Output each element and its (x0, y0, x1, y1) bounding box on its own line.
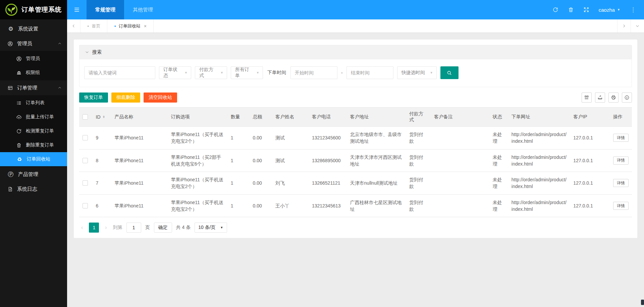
tabs-scroll-left-button[interactable] (67, 19, 80, 33)
document-icon (7, 186, 13, 192)
search-button[interactable] (440, 66, 459, 79)
next-page-button[interactable]: › (103, 225, 109, 231)
chevron-up-icon (58, 42, 62, 46)
sidebar-item-permission-group[interactable]: 权限组 (0, 66, 67, 80)
cell-address: 天津市nullnull测试地址 (347, 172, 406, 195)
page-unit-label: 页 (145, 225, 150, 231)
cell-status: 未处理 (489, 172, 508, 195)
sort-desc-icon: ▼ (103, 117, 105, 118)
refresh-icon[interactable] (552, 7, 558, 13)
sidebar-item-label: 管理员 (17, 41, 32, 47)
restore-orders-button[interactable]: 恢复订单 (79, 93, 108, 103)
sidebar-group-order-management[interactable]: 订单管理 (0, 80, 67, 95)
select-arrow-icon: ▼ (220, 71, 223, 74)
columns-filter-button[interactable] (582, 93, 592, 103)
cell-option: 苹果iPhone11（买手机送充电宝2个） (168, 127, 227, 149)
column-header: 客户姓名 (272, 108, 309, 127)
cell-ip: 127.0.0.1 (570, 194, 610, 217)
cell-ip: 127.0.0.1 (570, 172, 610, 195)
detail-button[interactable]: 详情 (613, 179, 629, 187)
print-button[interactable] (608, 93, 619, 103)
topnav-tab-label: 常规管理 (95, 7, 115, 13)
goto-confirm-button[interactable]: 确定 (154, 223, 172, 233)
cell-product: 苹果iPhone11 (111, 194, 168, 217)
select-label: 所有订单 (235, 67, 254, 79)
sidebar-item-product-management[interactable]: Ⓟ 产品管理 (0, 167, 67, 182)
cloud-upload-icon (16, 114, 22, 120)
order-time-label: 下单时间 (267, 70, 286, 76)
detail-button[interactable]: 详情 (613, 134, 629, 142)
row-checkbox[interactable] (83, 135, 88, 140)
keyword-input[interactable] (84, 66, 155, 79)
info-button[interactable] (622, 93, 632, 103)
search-panel: 搜索 订单状态 ▼ 付款方式 ▼ 所有订单 (79, 45, 632, 87)
sidebar-item-order-recycle-bin[interactable]: ♻ 订单回收站 (0, 152, 67, 166)
sidebar-item-order-list[interactable]: 订单列表 (0, 96, 67, 110)
chevron-up-icon (58, 86, 62, 90)
chevron-down-icon (635, 24, 640, 28)
user-menu[interactable]: caozha ▼ (599, 7, 620, 13)
search-panel-header[interactable]: 搜索 (79, 45, 632, 59)
range-dash: - (341, 70, 343, 75)
cell-product: 苹果iPhone11 (111, 127, 168, 149)
top-header: 常规管理 其他管理 caozha ▼ ⋮ (67, 0, 644, 19)
tab-order-recycle-bin[interactable]: ● 订单回收站 × (107, 19, 154, 33)
search-panel-title: 搜索 (92, 49, 102, 55)
column-header: 数量 (227, 108, 250, 127)
refresh-icon (16, 128, 22, 134)
sidebar-item-label: 产品管理 (18, 171, 38, 178)
row-checkbox[interactable] (83, 180, 88, 186)
sidebar-item-delete-duplicates[interactable]: 删除重复订单 (0, 138, 67, 152)
tab-home[interactable]: ● 首页 (80, 19, 107, 33)
sidebar-menu: ⚙ 系统设置 管理员 管理员 权限组 订单管理 (0, 19, 67, 196)
sidebar-toggle-button[interactable] (67, 0, 87, 19)
order-scope-select[interactable]: 所有订单 ▼ (231, 66, 263, 79)
tabs-menu-button[interactable] (631, 19, 644, 33)
order-status-select[interactable]: 订单状态 ▼ (159, 66, 191, 79)
cell-payment: 货到付款 (406, 127, 431, 149)
per-page-label: 10 条/页 (198, 225, 215, 231)
end-time-input[interactable] (346, 66, 393, 79)
sidebar-item-label: 系统日志 (17, 186, 37, 192)
cell-remark (431, 194, 489, 217)
sort-toggle[interactable]: ▲▼ (103, 116, 105, 119)
cell-address: 广西桂林市七星区测试地址 (347, 194, 406, 217)
fullscreen-icon[interactable] (583, 7, 589, 13)
sidebar-item-check-duplicates[interactable]: 检测重复订单 (0, 124, 67, 138)
clear-recycle-bin-button[interactable]: 清空回收站 (144, 93, 177, 103)
sidebar-item-admin[interactable]: 管理员 (0, 52, 67, 66)
purge-orders-button[interactable]: 彻底删除 (111, 93, 140, 103)
sidebar-group-admin[interactable]: 管理员 (0, 36, 67, 51)
row-checkbox[interactable] (83, 158, 88, 163)
goto-page-input[interactable] (126, 223, 141, 233)
tabs-scroll-right-button[interactable] (617, 19, 631, 33)
select-label: 付款方式 (199, 67, 218, 79)
topnav-tab-general[interactable]: 常规管理 (87, 0, 124, 19)
close-icon[interactable]: × (144, 23, 147, 29)
cell-url: http://order/admin/product/index.html (508, 149, 570, 172)
sidebar-item-system-settings[interactable]: ⚙ 系统设置 (0, 21, 67, 36)
row-checkbox[interactable] (83, 203, 88, 208)
prev-page-button[interactable]: ‹ (79, 225, 85, 231)
trash-icon[interactable] (568, 7, 574, 13)
scrollbar-thumb[interactable] (641, 300, 644, 305)
chevron-left-icon (71, 24, 76, 28)
detail-button[interactable]: 详情 (613, 157, 629, 165)
current-page-button[interactable]: 1 (89, 223, 99, 233)
export-button[interactable] (595, 93, 605, 103)
select-arrow-icon: ▼ (430, 71, 433, 74)
topnav-tab-other[interactable]: 其他管理 (124, 0, 162, 19)
select-all-checkbox[interactable] (83, 114, 88, 120)
cell-id: 8 (93, 149, 111, 172)
sidebar-item-label: 批量上传订单 (26, 114, 54, 120)
quick-time-select[interactable]: 快捷选时间 ▼ (397, 66, 437, 79)
start-time-input[interactable] (290, 66, 337, 79)
detail-button[interactable]: 详情 (613, 202, 629, 210)
sidebar-item-batch-upload[interactable]: 批量上传订单 (0, 110, 67, 124)
pay-method-select[interactable]: 付款方式 ▼ (195, 66, 227, 79)
per-page-select[interactable]: 10 条/页 ▼ (195, 223, 227, 233)
total-count-label: 共 4 条 (176, 225, 191, 231)
sidebar-item-label: 订单列表 (26, 100, 45, 106)
more-menu-button[interactable]: ⋮ (630, 6, 637, 13)
sidebar-item-system-log[interactable]: 系统日志 (0, 182, 67, 196)
